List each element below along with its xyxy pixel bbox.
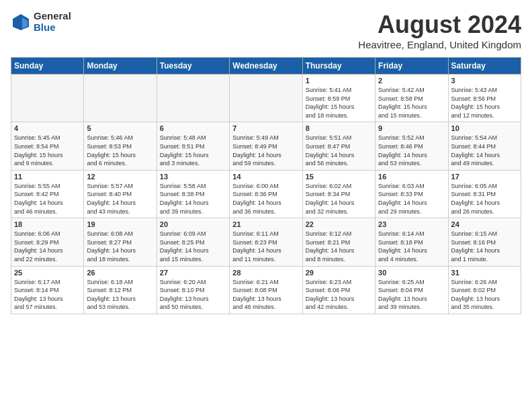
day-number: 17 xyxy=(451,173,518,181)
calendar-cell: 27Sunrise: 6:20 AM Sunset: 8:10 PM Dayli… xyxy=(157,266,229,314)
col-header-tuesday: Tuesday xyxy=(157,58,229,75)
calendar-cell xyxy=(157,75,229,122)
calendar-table: SundayMondayTuesdayWednesdayThursdayFrid… xyxy=(11,57,521,314)
day-number: 15 xyxy=(306,173,372,181)
month-title: August 2024 xyxy=(358,11,521,39)
header: General Blue August 2024 Heavitree, Engl… xyxy=(11,11,521,50)
calendar-cell: 13Sunrise: 5:58 AM Sunset: 8:38 PM Dayli… xyxy=(157,170,229,218)
day-info: Sunrise: 5:48 AM Sunset: 8:51 PM Dayligh… xyxy=(160,134,226,167)
col-header-monday: Monday xyxy=(84,58,157,75)
day-info: Sunrise: 5:57 AM Sunset: 8:40 PM Dayligh… xyxy=(87,182,153,216)
calendar-cell: 2Sunrise: 5:42 AM Sunset: 8:58 PM Daylig… xyxy=(375,75,448,122)
day-number: 29 xyxy=(306,269,372,277)
day-info: Sunrise: 6:26 AM Sunset: 8:02 PM Dayligh… xyxy=(451,278,518,312)
logo-general-text: General xyxy=(34,11,71,22)
calendar-cell: 26Sunrise: 6:18 AM Sunset: 8:12 PM Dayli… xyxy=(84,266,157,314)
day-number: 9 xyxy=(378,124,445,132)
day-info: Sunrise: 6:12 AM Sunset: 8:21 PM Dayligh… xyxy=(306,230,372,263)
day-number: 22 xyxy=(306,220,372,228)
day-info: Sunrise: 5:41 AM Sunset: 8:59 PM Dayligh… xyxy=(306,86,372,120)
day-info: Sunrise: 5:58 AM Sunset: 8:38 PM Dayligh… xyxy=(160,182,226,216)
col-header-saturday: Saturday xyxy=(448,58,521,75)
day-number: 25 xyxy=(14,269,81,277)
calendar-cell: 20Sunrise: 6:09 AM Sunset: 8:25 PM Dayli… xyxy=(157,218,229,266)
col-header-sunday: Sunday xyxy=(11,58,84,75)
week-row-5: 25Sunrise: 6:17 AM Sunset: 8:14 PM Dayli… xyxy=(11,266,521,314)
day-info: Sunrise: 5:46 AM Sunset: 8:53 PM Dayligh… xyxy=(87,134,153,167)
day-number: 20 xyxy=(160,220,226,228)
week-row-1: 1Sunrise: 5:41 AM Sunset: 8:59 PM Daylig… xyxy=(11,75,521,122)
day-info: Sunrise: 6:03 AM Sunset: 8:33 PM Dayligh… xyxy=(378,182,445,216)
calendar-cell: 9Sunrise: 5:52 AM Sunset: 8:46 PM Daylig… xyxy=(375,122,448,170)
logo-text: General Blue xyxy=(34,11,71,33)
week-row-4: 18Sunrise: 6:06 AM Sunset: 8:29 PM Dayli… xyxy=(11,218,521,266)
day-number: 21 xyxy=(232,220,299,228)
day-number: 11 xyxy=(14,173,81,181)
day-info: Sunrise: 6:25 AM Sunset: 8:04 PM Dayligh… xyxy=(378,278,445,312)
calendar-cell: 8Sunrise: 5:51 AM Sunset: 8:47 PM Daylig… xyxy=(302,122,375,170)
day-info: Sunrise: 6:09 AM Sunset: 8:25 PM Dayligh… xyxy=(160,230,226,263)
calendar-cell: 5Sunrise: 5:46 AM Sunset: 8:53 PM Daylig… xyxy=(84,122,157,170)
calendar-cell: 17Sunrise: 6:05 AM Sunset: 8:31 PM Dayli… xyxy=(448,170,521,218)
day-number: 30 xyxy=(378,269,445,277)
day-info: Sunrise: 6:18 AM Sunset: 8:12 PM Dayligh… xyxy=(87,278,153,312)
calendar-cell: 15Sunrise: 6:02 AM Sunset: 8:34 PM Dayli… xyxy=(302,170,375,218)
calendar-cell xyxy=(84,75,157,122)
day-info: Sunrise: 5:43 AM Sunset: 8:56 PM Dayligh… xyxy=(451,86,518,120)
calendar-cell: 24Sunrise: 6:15 AM Sunset: 8:16 PM Dayli… xyxy=(448,218,521,266)
day-info: Sunrise: 6:06 AM Sunset: 8:29 PM Dayligh… xyxy=(14,230,81,263)
day-number: 28 xyxy=(232,269,299,277)
calendar-cell: 16Sunrise: 6:03 AM Sunset: 8:33 PM Dayli… xyxy=(375,170,448,218)
calendar-cell: 22Sunrise: 6:12 AM Sunset: 8:21 PM Dayli… xyxy=(302,218,375,266)
day-number: 1 xyxy=(306,77,372,85)
day-number: 6 xyxy=(160,124,226,132)
day-info: Sunrise: 6:02 AM Sunset: 8:34 PM Dayligh… xyxy=(306,182,372,216)
calendar-cell: 10Sunrise: 5:54 AM Sunset: 8:44 PM Dayli… xyxy=(448,122,521,170)
calendar-cell: 28Sunrise: 6:21 AM Sunset: 8:08 PM Dayli… xyxy=(230,266,302,314)
day-number: 31 xyxy=(451,269,518,277)
calendar-cell: 29Sunrise: 6:23 AM Sunset: 8:06 PM Dayli… xyxy=(302,266,375,314)
col-header-friday: Friday xyxy=(375,58,448,75)
calendar-cell: 3Sunrise: 5:43 AM Sunset: 8:56 PM Daylig… xyxy=(448,75,521,122)
day-number: 27 xyxy=(160,269,226,277)
day-info: Sunrise: 6:21 AM Sunset: 8:08 PM Dayligh… xyxy=(232,278,299,312)
calendar-cell xyxy=(230,75,302,122)
location: Heavitree, England, United Kingdom xyxy=(358,39,521,50)
header-row: SundayMondayTuesdayWednesdayThursdayFrid… xyxy=(11,58,521,75)
calendar-cell: 25Sunrise: 6:17 AM Sunset: 8:14 PM Dayli… xyxy=(11,266,84,314)
day-number: 4 xyxy=(14,124,81,132)
day-info: Sunrise: 5:54 AM Sunset: 8:44 PM Dayligh… xyxy=(451,134,518,167)
day-number: 5 xyxy=(87,124,153,132)
calendar-cell: 1Sunrise: 5:41 AM Sunset: 8:59 PM Daylig… xyxy=(302,75,375,122)
day-info: Sunrise: 5:55 AM Sunset: 8:42 PM Dayligh… xyxy=(14,182,81,216)
day-number: 13 xyxy=(160,173,226,181)
day-number: 26 xyxy=(87,269,153,277)
logo-icon xyxy=(11,12,31,32)
day-number: 23 xyxy=(378,220,445,228)
col-header-thursday: Thursday xyxy=(302,58,375,75)
day-info: Sunrise: 5:45 AM Sunset: 8:54 PM Dayligh… xyxy=(14,134,81,167)
day-number: 10 xyxy=(451,124,518,132)
col-header-wednesday: Wednesday xyxy=(230,58,302,75)
day-info: Sunrise: 6:17 AM Sunset: 8:14 PM Dayligh… xyxy=(14,278,81,312)
calendar-body: 1Sunrise: 5:41 AM Sunset: 8:59 PM Daylig… xyxy=(11,75,521,314)
calendar-cell: 19Sunrise: 6:08 AM Sunset: 8:27 PM Dayli… xyxy=(84,218,157,266)
day-info: Sunrise: 5:42 AM Sunset: 8:58 PM Dayligh… xyxy=(378,86,445,120)
week-row-3: 11Sunrise: 5:55 AM Sunset: 8:42 PM Dayli… xyxy=(11,170,521,218)
day-info: Sunrise: 6:14 AM Sunset: 8:18 PM Dayligh… xyxy=(378,230,445,263)
calendar-cell: 14Sunrise: 6:00 AM Sunset: 8:36 PM Dayli… xyxy=(230,170,302,218)
calendar-cell: 7Sunrise: 5:49 AM Sunset: 8:49 PM Daylig… xyxy=(230,122,302,170)
day-number: 14 xyxy=(232,173,299,181)
calendar-cell: 18Sunrise: 6:06 AM Sunset: 8:29 PM Dayli… xyxy=(11,218,84,266)
day-number: 3 xyxy=(451,77,518,85)
day-info: Sunrise: 6:23 AM Sunset: 8:06 PM Dayligh… xyxy=(306,278,372,312)
day-info: Sunrise: 5:52 AM Sunset: 8:46 PM Dayligh… xyxy=(378,134,445,167)
calendar-cell: 23Sunrise: 6:14 AM Sunset: 8:18 PM Dayli… xyxy=(375,218,448,266)
day-info: Sunrise: 6:05 AM Sunset: 8:31 PM Dayligh… xyxy=(451,182,518,216)
day-info: Sunrise: 6:00 AM Sunset: 8:36 PM Dayligh… xyxy=(232,182,299,216)
calendar-cell: 30Sunrise: 6:25 AM Sunset: 8:04 PM Dayli… xyxy=(375,266,448,314)
day-number: 2 xyxy=(378,77,445,85)
calendar-cell: 4Sunrise: 5:45 AM Sunset: 8:54 PM Daylig… xyxy=(11,122,84,170)
day-info: Sunrise: 6:11 AM Sunset: 8:23 PM Dayligh… xyxy=(232,230,299,263)
logo: General Blue xyxy=(11,11,71,33)
